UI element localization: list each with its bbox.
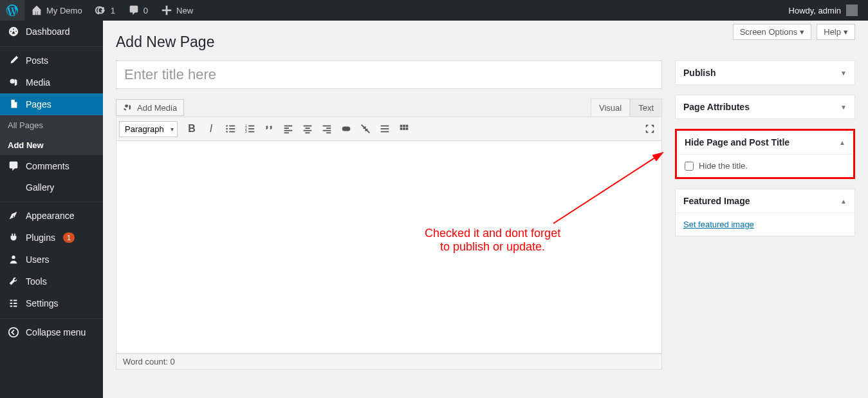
svg-rect-29 [381,128,389,129]
submenu-all-pages[interactable]: All Pages [0,115,103,135]
set-featured-image-link[interactable]: Set featured image [683,220,754,229]
help-button[interactable]: Help ▾ [817,24,855,40]
sidebar-item-posts[interactable]: Posts [0,46,103,71]
sidebar-item-pages[interactable]: Pages [0,93,103,115]
add-media-button[interactable]: Add Media [116,99,184,116]
bold-button[interactable]: B [183,120,201,138]
svg-rect-22 [304,130,312,131]
chevron-down-icon: ▾ [844,27,848,37]
metabox-featured-image: Featured Image ▲ Set featured image [675,189,855,236]
avatar-icon [846,5,858,16]
svg-rect-33 [406,125,409,128]
svg-rect-17 [284,128,289,129]
svg-point-8 [226,131,228,133]
svg-rect-34 [400,128,403,130]
svg-rect-9 [229,131,235,133]
svg-rect-19 [284,132,289,133]
admin-bar: My Demo 1 0 New Howdy, admin [0,0,868,21]
chevron-up-icon: ▲ [839,139,845,146]
new-label: New [176,6,193,15]
svg-rect-16 [284,126,293,127]
tab-visual[interactable]: Visual [591,99,630,117]
svg-rect-26 [323,130,331,131]
sidebar-item-tools[interactable]: Tools [0,270,103,292]
metabox-hide-title: Hide Page and Post Title ▲ Hide the titl… [675,129,855,179]
hide-title-checkbox-row[interactable]: Hide the title. [685,161,845,171]
svg-rect-18 [284,130,293,131]
svg-rect-30 [381,131,389,133]
metabox-publish: Publish ▼ [675,61,855,85]
chevron-up-icon: ▲ [840,198,847,205]
align-left-button[interactable] [279,120,297,138]
sidebar-item-settings[interactable]: Settings [0,292,103,314]
hide-title-checkbox[interactable] [685,162,694,171]
svg-rect-28 [381,126,389,127]
chevron-down-icon: ▼ [840,104,847,111]
metabox-page-attributes-toggle[interactable]: Page Attributes ▼ [676,95,854,118]
align-right-button[interactable] [318,120,336,138]
updates-count: 1 [111,6,115,15]
toolbar-toggle-button[interactable] [395,120,413,138]
comments-link[interactable]: 0 [122,0,154,21]
metabox-hide-title-toggle[interactable]: Hide Page and Post Title ▲ [677,131,853,155]
svg-rect-24 [323,126,331,127]
site-name-link[interactable]: My Demo [24,0,89,21]
numbered-list-button[interactable]: 123 [241,120,259,138]
fullscreen-button[interactable] [641,120,659,138]
bullet-list-button[interactable] [221,120,239,138]
word-count: Word count: 0 [116,354,662,370]
blockquote-button[interactable] [260,120,278,138]
greeting: Howdy, admin [789,6,841,15]
plugins-badge: 1 [63,232,75,243]
italic-button[interactable]: I [202,120,220,138]
svg-point-6 [226,128,228,130]
svg-rect-35 [403,128,405,130]
updates-link[interactable]: 1 [89,0,122,21]
chevron-down-icon: ▼ [840,70,847,77]
svg-point-2 [9,328,18,337]
svg-rect-27 [326,132,331,133]
content-area: Screen Options ▾ Help ▾ Add New Page Add… [103,21,868,398]
unlink-button[interactable] [356,120,374,138]
format-select[interactable]: Paragraph [119,121,178,137]
sidebar-item-appearance[interactable]: Appearance [0,202,103,227]
sidebar-item-plugins[interactable]: Plugins 1 [0,227,103,249]
wp-logo[interactable] [0,0,24,21]
svg-rect-20 [304,126,312,127]
align-center-button[interactable] [299,120,317,138]
post-title-input[interactable] [116,61,662,89]
sidebar-item-comments[interactable]: Comments [0,155,103,177]
sidebar-item-gallery[interactable]: Gallery [0,177,103,198]
svg-rect-7 [229,128,235,129]
svg-point-3 [125,104,128,108]
submenu-add-new[interactable]: Add New [0,135,103,155]
new-link[interactable]: New [154,0,199,21]
screen-options-button[interactable]: Screen Options ▾ [733,24,812,40]
metabox-featured-image-toggle[interactable]: Featured Image ▲ [676,189,854,213]
insert-more-button[interactable] [376,120,394,138]
svg-point-0 [10,79,15,84]
svg-rect-31 [400,125,403,128]
svg-rect-5 [229,126,235,127]
svg-text:3: 3 [245,129,247,133]
sidebar-item-dashboard[interactable]: Dashboard [0,21,103,43]
metabox-page-attributes: Page Attributes ▼ [675,95,855,119]
metabox-publish-toggle[interactable]: Publish ▼ [676,61,854,84]
svg-rect-21 [305,128,309,129]
tab-text[interactable]: Text [630,99,662,117]
comments-count: 0 [143,6,148,15]
link-button[interactable] [337,120,355,138]
site-name: My Demo [46,6,82,15]
account-menu[interactable]: Howdy, admin [789,5,863,16]
sidebar-item-collapse[interactable]: Collapse menu [0,318,103,343]
sidebar-item-media[interactable]: Media [0,71,103,93]
sidebar-item-users[interactable]: Users [0,249,103,270]
svg-rect-25 [326,128,331,129]
svg-rect-23 [305,132,309,133]
editor-content[interactable] [116,141,662,354]
svg-rect-11 [248,126,254,127]
svg-rect-15 [248,131,254,133]
editor-toolbar: Paragraph B I 123 [116,117,662,141]
svg-point-1 [12,256,15,259]
svg-rect-13 [248,128,254,129]
